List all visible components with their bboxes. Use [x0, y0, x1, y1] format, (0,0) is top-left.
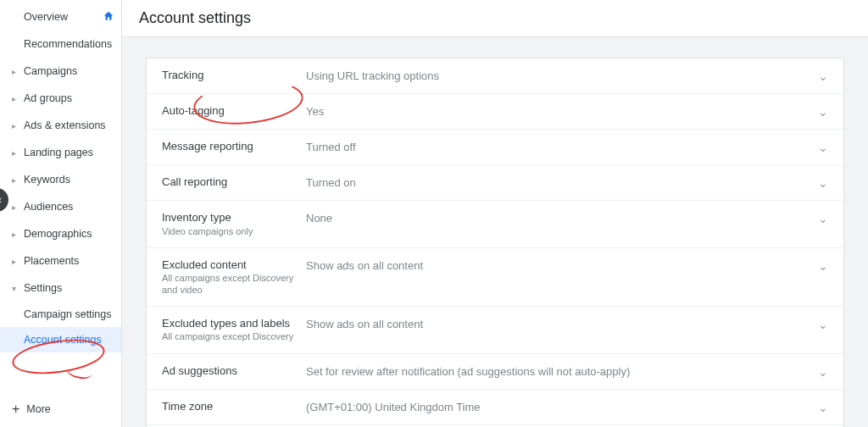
chevron-left-icon: ‹ — [0, 194, 2, 206]
caret-right-icon: ▸ — [12, 94, 20, 103]
caret-right-icon: ▸ — [12, 257, 20, 266]
sidebar-item-label: Landing pages — [24, 147, 114, 158]
sidebar-item-recommendations[interactable]: Recommendations — [0, 30, 121, 58]
settings-card: Tracking Using URL tracking options ⌄ Au… — [146, 58, 844, 427]
page-title: Account settings — [139, 9, 251, 27]
plus-icon: + — [12, 402, 19, 417]
caret-down-icon: ▾ — [12, 284, 20, 293]
chevron-down-icon: ⌄ — [818, 211, 828, 225]
row-sublabel: All campaigns except Discovery — [162, 331, 306, 342]
sidebar-sub-account-settings[interactable]: Account settings — [0, 327, 121, 352]
chevron-down-icon: ⌄ — [818, 175, 828, 190]
row-label: Excluded types and labels — [162, 317, 306, 330]
chevron-down-icon: ⌄ — [818, 140, 828, 154]
row-message-reporting[interactable]: Message reporting Turned off ⌄ — [147, 130, 843, 165]
row-value: Using URL tracking options — [306, 69, 811, 82]
row-sublabel: All campaigns except Discovery and video — [162, 273, 306, 295]
row-label: Call reporting — [162, 175, 306, 189]
row-excluded-content[interactable]: Excluded content All campaigns except Di… — [147, 248, 843, 307]
sidebar-item-audiences[interactable]: ▸ Audiences — [0, 193, 121, 220]
row-time-zone[interactable]: Time zone (GMT+01:00) United Kingdom Tim… — [147, 390, 843, 425]
sidebar-item-label: Recommendations — [24, 38, 114, 50]
chevron-down-icon: ⌄ — [818, 258, 828, 273]
content-area: Tracking Using URL tracking options ⌄ Au… — [122, 37, 868, 427]
caret-right-icon: ▸ — [12, 148, 20, 158]
row-value: Show ads on all content — [306, 317, 811, 330]
sidebar: Overview Recommendations ▸ Campaigns ▸ A… — [0, 0, 122, 427]
caret-right-icon: ▸ — [12, 230, 20, 239]
row-label: Message reporting — [162, 140, 306, 153]
sidebar-item-ads-extensions[interactable]: ▸ Ads & extensions — [0, 112, 121, 139]
sidebar-item-label: Campaigns — [24, 65, 114, 77]
row-sublabel: Video campaigns only — [162, 226, 306, 237]
sidebar-item-label: Overview — [24, 11, 103, 23]
row-value: Set for review after notification (ad su… — [306, 364, 811, 378]
row-value: Show ads on all content — [306, 258, 811, 272]
row-label: Time zone — [162, 400, 306, 413]
row-label: Tracking — [162, 69, 306, 82]
sidebar-item-label: Audiences — [24, 201, 114, 213]
row-tracking[interactable]: Tracking Using URL tracking options ⌄ — [147, 58, 843, 94]
sidebar-item-settings[interactable]: ▾ Settings — [0, 274, 121, 302]
sidebar-sub-campaign-settings[interactable]: Campaign settings — [0, 302, 121, 327]
row-call-reporting[interactable]: Call reporting Turned on ⌄ — [147, 165, 843, 201]
chevron-down-icon: ⌄ — [818, 400, 828, 414]
row-label: Excluded content — [162, 258, 306, 272]
chevron-down-icon: ⌄ — [818, 317, 828, 331]
row-value: Yes — [306, 104, 811, 118]
row-value: None — [306, 211, 811, 225]
sidebar-sub-label: Account settings — [24, 334, 102, 346]
row-value: (GMT+01:00) United Kingdom Time — [306, 400, 811, 413]
sidebar-item-label: Demographics — [24, 228, 114, 240]
row-inventory-type[interactable]: Inventory type Video campaigns only None… — [147, 201, 843, 248]
sidebar-more[interactable]: + More — [12, 402, 51, 417]
row-value: Turned off — [306, 140, 811, 153]
sidebar-item-ad-groups[interactable]: ▸ Ad groups — [0, 85, 121, 112]
row-value: Turned on — [306, 175, 811, 189]
sidebar-item-label: Ad groups — [24, 92, 114, 104]
sidebar-item-campaigns[interactable]: ▸ Campaigns — [0, 58, 121, 85]
sidebar-item-label: Placements — [24, 255, 114, 267]
row-excluded-types-labels[interactable]: Excluded types and labels All campaigns … — [147, 307, 843, 354]
chevron-down-icon: ⌄ — [818, 104, 828, 119]
sidebar-sub-label: Campaign settings — [24, 308, 112, 320]
page-header: Account settings — [122, 0, 868, 37]
chevron-down-icon: ⌄ — [818, 69, 828, 83]
home-icon — [103, 10, 114, 25]
sidebar-item-placements[interactable]: ▸ Placements — [0, 247, 121, 274]
sidebar-item-keywords[interactable]: ▸ Keywords — [0, 166, 121, 193]
sidebar-item-overview[interactable]: Overview — [0, 3, 121, 30]
main: Account settings Tracking Using URL trac… — [122, 0, 868, 427]
sidebar-item-demographics[interactable]: ▸ Demographics — [0, 220, 121, 247]
row-label: Auto-tagging — [162, 104, 306, 118]
sidebar-item-label: Keywords — [24, 174, 114, 186]
caret-right-icon: ▸ — [12, 175, 20, 185]
caret-right-icon: ▸ — [12, 67, 20, 76]
sidebar-item-label: Settings — [24, 282, 114, 294]
caret-right-icon: ▸ — [12, 121, 20, 130]
sidebar-item-label: Ads & extensions — [24, 119, 114, 131]
sidebar-more-label: More — [26, 403, 50, 415]
row-label: Inventory type — [162, 211, 306, 225]
row-auto-tagging[interactable]: Auto-tagging Yes ⌄ — [147, 94, 843, 130]
chevron-down-icon: ⌄ — [818, 364, 828, 379]
row-label: Ad suggestions — [162, 364, 306, 378]
caret-right-icon: ▸ — [12, 202, 20, 212]
sidebar-item-landing-pages[interactable]: ▸ Landing pages — [0, 139, 121, 166]
row-ad-suggestions[interactable]: Ad suggestions Set for review after noti… — [147, 354, 843, 390]
